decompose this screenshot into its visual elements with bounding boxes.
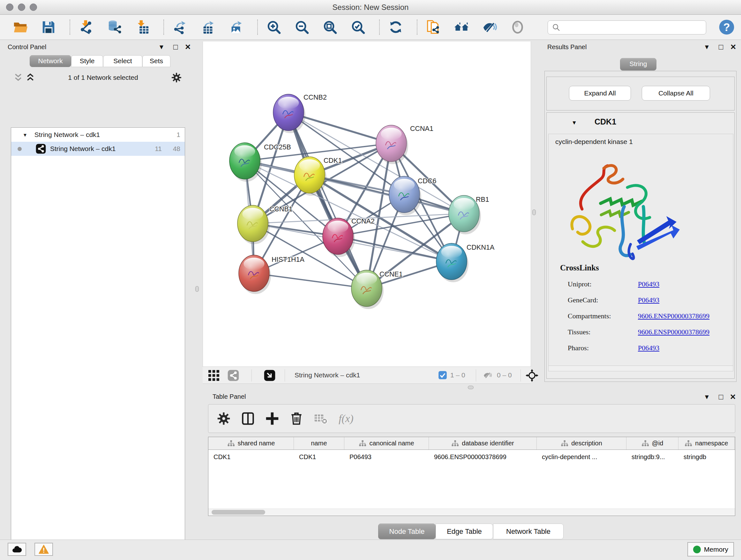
create-column-button[interactable] xyxy=(264,410,280,427)
network-options-gear-icon[interactable] xyxy=(171,72,182,83)
results-panel-collapse-icon[interactable]: ▼ xyxy=(704,44,710,50)
zoom-fit-button[interactable] xyxy=(321,18,339,36)
crosslink-link[interactable]: 9606.ENSP00000378699 xyxy=(638,312,710,320)
tab-sets[interactable]: Sets xyxy=(142,55,171,67)
gene-section-expander-icon[interactable]: ▼ xyxy=(571,120,577,126)
import-table-button[interactable] xyxy=(133,18,151,36)
crosslink-link[interactable]: P06493 xyxy=(638,280,659,288)
table-cell[interactable]: CDK1 xyxy=(208,450,294,464)
left-splitter-handle[interactable] xyxy=(195,286,199,292)
network-node-CCNA2[interactable]: CCNA2 xyxy=(323,217,375,257)
column-header-name[interactable]: name xyxy=(294,437,344,449)
tree-expander-icon[interactable]: ▼ xyxy=(23,132,27,138)
tab-select[interactable]: Select xyxy=(103,55,142,67)
control-panel-close-icon[interactable]: ✕ xyxy=(185,44,191,51)
delete-table-button[interactable] xyxy=(313,410,329,427)
search-box[interactable] xyxy=(548,20,706,35)
table-cell[interactable]: 9606.ENSP00000378699 xyxy=(429,450,537,464)
tab-node-table[interactable]: Node Table xyxy=(378,523,435,539)
string-share-gray-icon[interactable] xyxy=(227,370,239,381)
network-node-CDKN1A[interactable]: CDKN1A xyxy=(436,243,495,282)
function-builder-button[interactable]: f(x) xyxy=(337,410,358,427)
network-node-CCNB1[interactable]: CCNB1 xyxy=(238,205,293,244)
open-in-new-window-icon[interactable] xyxy=(264,370,275,381)
titlebar[interactable]: Session: New Session xyxy=(0,0,741,15)
crosslink-link[interactable]: 9606.ENSP00000378699 xyxy=(638,328,710,336)
network-tree-root-row[interactable]: ▼ String Network – cdk1 1 xyxy=(11,128,185,142)
export-network-button[interactable] xyxy=(171,18,189,36)
zoom-in-button[interactable] xyxy=(265,18,283,36)
column-header-canonicalname[interactable]: canonical name xyxy=(344,437,429,449)
cloud-button[interactable] xyxy=(8,543,26,556)
pan-crosshair-icon[interactable] xyxy=(526,369,538,382)
table-panel-title: Table Panel xyxy=(212,393,246,400)
import-database-button[interactable] xyxy=(105,18,123,36)
collapse-all-tree-icon[interactable] xyxy=(13,73,23,82)
expand-all-tree-icon[interactable] xyxy=(25,73,35,82)
column-header-sharedname[interactable]: shared name xyxy=(208,437,294,449)
home-button[interactable] xyxy=(453,18,470,36)
network-node-RB1[interactable]: RB1 xyxy=(449,195,489,234)
column-header-description[interactable]: description xyxy=(537,437,626,449)
results-panel-float-icon[interactable]: □ xyxy=(719,43,724,51)
refresh-layout-button[interactable] xyxy=(387,18,405,36)
import-network-button[interactable] xyxy=(77,18,95,36)
birds-eye-grid-icon[interactable] xyxy=(208,370,219,381)
render-details-button[interactable] xyxy=(509,18,527,36)
selected-checkbox-icon[interactable] xyxy=(438,371,447,380)
table-options-gear-button[interactable] xyxy=(215,410,232,427)
zoom-selected-button[interactable] xyxy=(349,18,367,36)
tab-edge-table[interactable]: Edge Table xyxy=(435,523,493,539)
export-image-button[interactable] xyxy=(227,18,245,36)
crosslink-link[interactable]: P06493 xyxy=(638,296,659,304)
search-input[interactable] xyxy=(561,21,706,34)
open-folder-button[interactable] xyxy=(11,18,29,36)
memory-button[interactable]: Memory xyxy=(687,542,734,557)
table-panel-close-icon[interactable]: ✕ xyxy=(730,393,736,401)
table-hscrollbar-thumb[interactable] xyxy=(212,510,265,515)
network-node-CCNB2[interactable]: CCNB2 xyxy=(273,94,327,133)
save-session-button[interactable] xyxy=(40,18,57,36)
network-node-CCNE1[interactable]: CCNE1 xyxy=(351,270,403,309)
table-row[interactable]: CDK1CDK1P064939606.ENSP00000378699cyclin… xyxy=(208,450,735,464)
hide-graphics-details-button[interactable] xyxy=(481,18,498,36)
control-panel-float-icon[interactable]: □ xyxy=(173,43,178,51)
tab-style[interactable]: Style xyxy=(71,55,103,67)
delete-column-button[interactable] xyxy=(288,410,305,427)
control-panel-collapse-icon[interactable]: ▼ xyxy=(158,44,165,50)
table-panel-float-icon[interactable]: □ xyxy=(719,393,724,401)
tab-network[interactable]: Network xyxy=(30,55,71,67)
warning-button[interactable] xyxy=(35,543,53,556)
hidden-eye-icon[interactable] xyxy=(482,370,493,380)
document-network-button[interactable] xyxy=(424,18,442,36)
network-canvas[interactable]: CCNB2 CCNA1 CDC25B CDK1 CDC6 RB1 xyxy=(203,42,531,367)
table-cell[interactable]: CDK1 xyxy=(294,450,344,464)
column-header-id[interactable]: @id xyxy=(626,437,678,449)
column-header-databaseidentifier[interactable]: database identifier xyxy=(429,437,537,449)
crosslink-link[interactable]: P06493 xyxy=(638,344,659,352)
table-cell[interactable]: stringdb:9... xyxy=(626,450,678,464)
help-button[interactable]: ? xyxy=(719,19,735,35)
protein-structure-image xyxy=(563,148,687,274)
network-tree-row-selected[interactable]: String Network – cdk1 11 48 xyxy=(11,142,185,156)
network-node-CDC6[interactable]: CDC6 xyxy=(389,176,436,215)
column-header-namespace[interactable]: namespace xyxy=(678,437,735,449)
collapse-all-button[interactable]: Collapse All xyxy=(642,86,710,101)
table-cell[interactable]: cyclin-dependent ... xyxy=(537,450,626,464)
right-splitter-handle[interactable] xyxy=(532,209,536,215)
zoom-out-button[interactable] xyxy=(293,18,311,36)
gene-section-hscrollbar[interactable] xyxy=(549,366,733,371)
tab-network-table[interactable]: Network Table xyxy=(493,523,563,539)
tab-string[interactable]: String xyxy=(620,58,657,71)
results-panel-close-icon[interactable]: ✕ xyxy=(730,44,736,51)
table-cell[interactable]: P06493 xyxy=(344,450,429,464)
show-columns-button[interactable] xyxy=(240,410,256,427)
network-node-CCNA1[interactable]: CCNA1 xyxy=(376,125,433,164)
table-panel-collapse-icon[interactable]: ▼ xyxy=(704,394,710,400)
table-hscrollbar[interactable] xyxy=(208,509,735,516)
network-node-CDC25B[interactable]: CDC25B xyxy=(229,143,291,182)
table-cell[interactable]: stringdb xyxy=(678,450,735,464)
expand-all-button[interactable]: Expand All xyxy=(569,86,631,101)
network-node-HIST1H1A[interactable]: HIST1H1A xyxy=(239,255,305,294)
export-table-button[interactable] xyxy=(199,18,217,36)
